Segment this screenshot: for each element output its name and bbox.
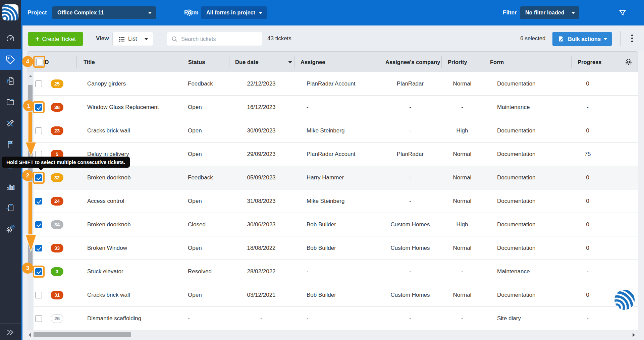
table-row[interactable]: 3Stuck elevatorResolved28/02/2022---Main… (34, 260, 638, 283)
cell-title: Canopy girders (87, 72, 126, 96)
search-icon (171, 36, 178, 43)
table-row[interactable]: 31Cracks brick wallOpen03/12/2021Bob Bui… (34, 283, 638, 307)
table-header: ID Title Status Due date Assignee Assign… (27, 51, 638, 72)
filter-dropdown-value: No filter loaded (525, 10, 564, 15)
row-checkbox[interactable] (35, 315, 42, 322)
chevron-down-icon (145, 38, 148, 40)
row-checkbox[interactable] (35, 80, 42, 87)
cell-form: Documentation (497, 236, 535, 260)
cell-form: Maintenance (497, 260, 530, 283)
cell-status: Closed (188, 213, 206, 236)
bulk-actions-button[interactable]: Bulk actions (552, 32, 612, 46)
search-input[interactable] (181, 32, 260, 46)
cell-priority: - (441, 260, 483, 283)
row-checkbox[interactable] (35, 221, 42, 228)
cell-assignee: Bob Builder (307, 236, 336, 260)
column-header-company[interactable]: Assignee's company (385, 52, 440, 72)
sidebar-item-reports[interactable] (0, 70, 21, 91)
cell-form: Documentation (497, 213, 535, 236)
sidebar-item-forms[interactable] (0, 197, 21, 218)
cell-title: Dismantle scaffolding (87, 307, 141, 330)
column-header-status[interactable]: Status (188, 52, 205, 72)
table-row[interactable]: 32Broken doorknobFeedback05/09/2023Harry… (34, 166, 638, 189)
column-header-title[interactable]: Title (84, 52, 95, 72)
cell-form: Documentation (497, 72, 535, 96)
cell-status: Open (188, 119, 202, 143)
column-settings-gear-icon[interactable] (625, 58, 632, 67)
create-ticket-button[interactable]: +Create Ticket (28, 32, 83, 46)
cell-form: Documentation (497, 283, 535, 307)
column-header-priority[interactable]: Priority (448, 52, 467, 72)
filter-dropdown[interactable]: No filter loaded (520, 6, 579, 19)
cell-due: 29/09/2023 (229, 143, 294, 166)
cell-title: Stuck elevator (87, 260, 123, 283)
table-row[interactable]: 25Canopy girdersFeedback22/12/2023PlanRa… (34, 72, 638, 96)
cell-progress: 0 (571, 119, 604, 143)
cell-status: Feedback (188, 166, 213, 189)
sort-desc-icon[interactable] (288, 61, 292, 63)
form-label: Form (184, 0, 199, 25)
sidebar-item-flags[interactable] (0, 133, 21, 155)
bar-chart-icon (6, 182, 15, 191)
dashboard-gauge-icon (6, 34, 15, 43)
column-header-assignee[interactable]: Assignee (301, 52, 325, 72)
scroll-left-arrow-icon[interactable] (29, 333, 31, 337)
table-rows: 25Canopy girdersFeedback22/12/2023PlanRa… (34, 72, 638, 330)
sidebar-expand-button[interactable] (0, 323, 21, 340)
more-options-kebab-icon[interactable] (629, 34, 635, 43)
ticket-id-badge: 32 (51, 173, 63, 182)
horizontal-scrollbar-thumb[interactable] (34, 332, 131, 337)
annotation-highlight-box (33, 266, 45, 278)
sidebar-item-documents[interactable] (0, 91, 21, 112)
row-checkbox[interactable] (35, 292, 42, 298)
filter-funnel-icon[interactable] (618, 9, 627, 19)
chevron-down-icon (572, 12, 575, 14)
annotation-marker-3: 3 (22, 263, 33, 274)
row-checkbox[interactable] (35, 198, 42, 205)
table-row[interactable]: 24Access controlOpen31/08/2023Mike Stein… (34, 189, 638, 213)
sidebar-item-plans[interactable] (0, 112, 21, 133)
table-row[interactable]: 38Window Glass ReplacementOpen16/12/2023… (34, 96, 638, 119)
cell-assignee: Mike Steinberg (307, 189, 344, 213)
clipboard-import-icon (6, 203, 15, 212)
cell-title: Cracks brick wall (87, 119, 130, 143)
annotation-highlight-box (33, 101, 45, 113)
column-header-form[interactable]: Form (490, 52, 504, 72)
view-mode-dropdown[interactable]: List (112, 32, 153, 46)
cell-company: - (379, 260, 441, 283)
list-icon (118, 36, 125, 43)
table-row[interactable]: 26Dismantle scaffolding-----Site diary- (34, 307, 638, 330)
sidebar-item-tickets[interactable] (0, 49, 21, 70)
scroll-right-arrow-icon[interactable] (633, 333, 635, 337)
form-dropdown[interactable]: All forms in project (201, 6, 267, 19)
cell-priority: High (441, 119, 483, 143)
ruler-pencil-icon (6, 118, 15, 128)
horizontal-scrollbar[interactable] (22, 330, 644, 340)
scroll-up-arrow-icon[interactable] (29, 75, 32, 77)
table-row[interactable]: 23Cracks brick wallOpen30/09/2023Mike St… (34, 119, 638, 143)
bulk-actions-label: Bulk actions (568, 36, 601, 42)
sidebar-item-settings[interactable] (0, 218, 21, 239)
ticket-id-badge: 23 (51, 126, 63, 135)
cell-assignee: - (307, 260, 309, 283)
sidebar-item-statistics[interactable] (0, 176, 21, 197)
sidebar-item-dashboard[interactable] (0, 28, 21, 49)
row-checkbox[interactable] (35, 127, 42, 134)
column-header-due-date[interactable]: Due date (235, 52, 259, 72)
tickets-toolbar: +Create Ticket View List 43 tickets 6 se… (22, 25, 644, 51)
column-header-progress[interactable]: Progress (578, 52, 602, 72)
cell-progress: 0 (571, 236, 604, 260)
cell-progress: 75 (571, 143, 604, 166)
project-dropdown[interactable]: Office Complex 11 (52, 6, 156, 19)
cell-form: Documentation (497, 143, 535, 166)
table-row[interactable]: 34Broken doorknobClosed30/06/2023Bob Bui… (34, 213, 638, 236)
cell-title: Broken Window (87, 236, 127, 260)
annotation-marker-2: 2 (22, 170, 33, 181)
cell-company: PlanRadar (379, 143, 441, 166)
ticket-id-badge: 38 (51, 103, 63, 112)
row-checkbox[interactable] (35, 245, 42, 251)
cell-progress: - (571, 96, 604, 119)
planradar-logo[interactable] (2, 4, 18, 20)
cell-priority: Normal (441, 236, 483, 260)
table-row[interactable]: 33Broken WindowOpen18/08/2022Bob Builder… (34, 236, 638, 260)
